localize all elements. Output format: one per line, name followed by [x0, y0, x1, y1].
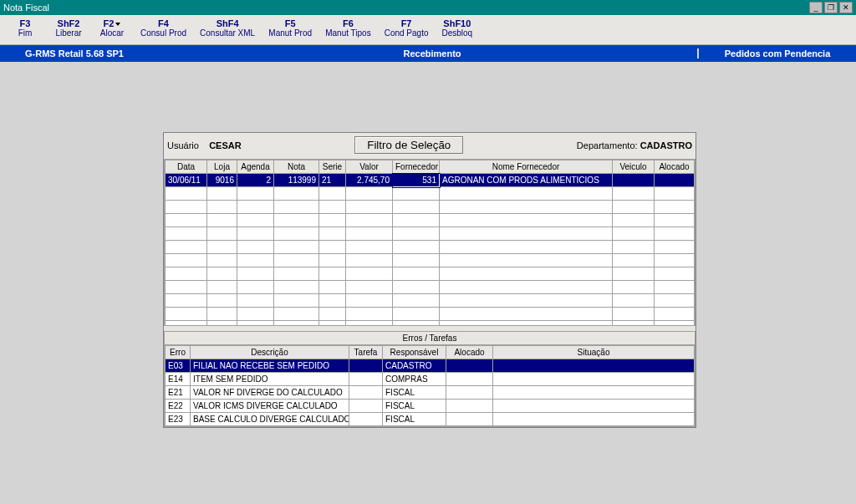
- tool-consul-prod[interactable]: F4 Consul Prod: [134, 17, 193, 39]
- table-row[interactable]: [166, 214, 695, 227]
- col-valor[interactable]: Valor: [346, 160, 393, 174]
- app-version: G-RMS Retail 5.68 SP1: [0, 48, 167, 59]
- tool-consultar-xml[interactable]: ShF4 Consultar XML: [193, 17, 262, 39]
- tool-desbloq[interactable]: ShF10 Desbloq: [435, 17, 479, 39]
- table-row[interactable]: [166, 254, 695, 267]
- table-row[interactable]: [166, 227, 695, 241]
- col-responsavel[interactable]: Responsável: [383, 346, 446, 359]
- close-button[interactable]: ✕: [839, 2, 853, 13]
- dept-value: CADASTRO: [640, 140, 692, 150]
- table-row[interactable]: [166, 308, 695, 321]
- table-row[interactable]: E03FILIAL NAO RECEBE SEM PEDIDOCADASTRO: [166, 359, 695, 373]
- table-row[interactable]: E22VALOR ICMS DIVERGE CALCULADOFISCAL: [166, 400, 695, 413]
- title-bar: Nota Fiscal _ ❐ ✕: [0, 0, 856, 15]
- main-panel: Usuário CESAR Filtro de Seleção Departam…: [163, 132, 696, 428]
- col-nota[interactable]: Nota: [274, 160, 319, 174]
- table-row[interactable]: E23BASE CALCULO DIVERGE CALCULADOFISCAL: [166, 413, 695, 426]
- col-tarefa[interactable]: Tarefa: [349, 346, 383, 359]
- user-value: CESAR: [209, 140, 242, 150]
- user-label: Usuário: [167, 140, 199, 150]
- table-row[interactable]: [166, 321, 695, 327]
- receipts-grid[interactable]: Data Loja Agenda Nota Serie Valor Fornec…: [164, 159, 696, 326]
- table-row[interactable]: E21VALOR NF DIVERGE DO CALCULADOFISCAL: [166, 386, 695, 400]
- toolbar: F3 Fim ShF2 Liberar F2 Alocar F4 Consul …: [0, 15, 856, 45]
- col-erro[interactable]: Erro: [166, 346, 191, 359]
- chevron-down-icon: [115, 23, 120, 26]
- table-row[interactable]: [166, 201, 695, 214]
- col-alocado[interactable]: Alocado: [655, 160, 695, 174]
- col-nome-fornecedor[interactable]: Nome Fornecedor: [440, 160, 613, 174]
- screen-title: Recebimento: [167, 48, 697, 59]
- table-row[interactable]: [166, 241, 695, 254]
- window-title: Nota Fiscal: [3, 3, 49, 13]
- window-buttons: _ ❐ ✕: [809, 2, 853, 13]
- table-row[interactable]: [166, 187, 695, 201]
- table-row[interactable]: [166, 281, 695, 294]
- grid2-header-row: Erro Descrição Tarefa Responsável Alocad…: [166, 346, 695, 359]
- errors-grid[interactable]: Erro Descrição Tarefa Responsável Alocad…: [164, 344, 696, 427]
- panel-header: Usuário CESAR Filtro de Seleção Departam…: [164, 133, 696, 159]
- col-descricao[interactable]: Descrição: [191, 346, 349, 359]
- grid1-header-row: Data Loja Agenda Nota Serie Valor Fornec…: [166, 160, 695, 174]
- table-row[interactable]: [166, 294, 695, 308]
- tool-cond-pagto[interactable]: F7 Cond Pagto: [378, 17, 436, 39]
- maximize-button[interactable]: ❐: [824, 2, 838, 13]
- table-row[interactable]: 30/06/1190162113999212.745,70531AGRONAN …: [166, 174, 695, 187]
- col-fornecedor[interactable]: Fornecedor: [393, 160, 440, 174]
- col-loja[interactable]: Loja: [207, 160, 237, 174]
- col-agenda[interactable]: Agenda: [237, 160, 274, 174]
- table-row[interactable]: E14ITEM SEM PEDIDOCOMPRAS: [166, 373, 695, 386]
- col-serie[interactable]: Serie: [319, 160, 346, 174]
- col-alocado2[interactable]: Alocado: [446, 346, 493, 359]
- tool-alocar[interactable]: F2 Alocar: [90, 17, 134, 39]
- col-data[interactable]: Data: [166, 160, 207, 174]
- minimize-button[interactable]: _: [809, 2, 823, 13]
- table-row[interactable]: [166, 267, 695, 281]
- filter-button[interactable]: Filtro de Seleção: [354, 136, 463, 154]
- dept-label: Departamento:: [577, 140, 638, 150]
- tool-fim[interactable]: F3 Fim: [3, 17, 47, 39]
- tool-manut-prod[interactable]: F5 Manut Prod: [262, 17, 318, 39]
- tool-liberar[interactable]: ShF2 Liberar: [47, 17, 90, 39]
- tool-manut-tipos[interactable]: F6 Manut Tipos: [318, 17, 377, 39]
- col-situacao[interactable]: Situação: [493, 346, 695, 359]
- errors-section-title: Erros / Tarefas: [164, 331, 696, 344]
- status-bar: G-RMS Retail 5.68 SP1 Recebimento Pedido…: [0, 45, 856, 62]
- pending-orders-label[interactable]: Pedidos com Pendencia: [697, 48, 856, 59]
- col-veiculo[interactable]: Veiculo: [613, 160, 655, 174]
